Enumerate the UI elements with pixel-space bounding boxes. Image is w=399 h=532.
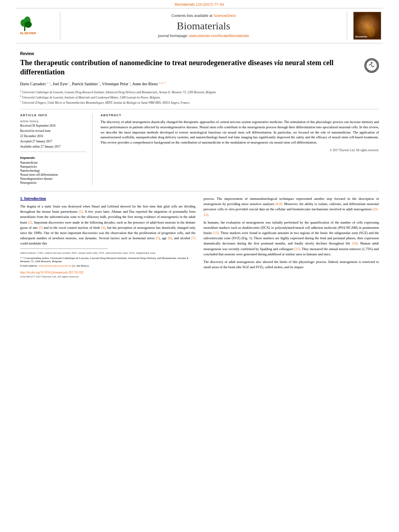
ref-13[interactable]: [13] — [213, 231, 218, 235]
intro-col-left: 1. Introduction The dogma of a static br… — [20, 196, 195, 278]
article-info-col: ARTICLE INFO Article history: Received 3… — [20, 113, 93, 185]
crossmark-icon — [364, 58, 379, 73]
keyword-5: Neurodegenerative disease — [20, 177, 86, 181]
svg-text:ELSEVIER: ELSEVIER — [20, 31, 36, 35]
ref-8-9[interactable]: [8,9] — [276, 202, 282, 206]
homepage-line: journal homepage: www.elsevier.com/locat… — [158, 34, 249, 38]
ref-6[interactable]: [6] — [168, 236, 172, 240]
email-link[interactable]: anne.desrieux@uclouvain.be — [39, 264, 71, 267]
keyword-6: Neurogenesis — [20, 181, 86, 185]
ref-1[interactable]: [1] — [79, 210, 83, 214]
intro-para-1: The dogma of a static brain was destroye… — [20, 204, 195, 246]
svg-point-11 — [371, 62, 372, 64]
affiliation-a: a Université Catholique de Louvain, Louv… — [20, 89, 379, 94]
svg-rect-5 — [354, 12, 381, 39]
ref-2[interactable]: [2] — [28, 220, 32, 224]
revised-date: 22 December 2016 — [20, 134, 86, 138]
ref-15[interactable]: [15] — [294, 247, 300, 251]
ref-7[interactable]: [7] — [191, 236, 195, 240]
copyright-notice: © 2017 Elsevier Ltd. All rights reserved… — [101, 148, 379, 152]
section-type-label: Review — [20, 51, 379, 56]
main-content: Review The therapeutic contribution of n… — [0, 43, 399, 282]
svg-text:Biomaterials: Biomaterials — [355, 36, 367, 38]
affiliation-c: c Université d'Angers, Unité Micro et Na… — [20, 100, 379, 105]
journal-title-banner: Biomaterials — [177, 20, 230, 32]
banner-center: Contents lists available at ScienceDirec… — [60, 12, 347, 40]
affiliation-b: b Université Catholique de Louvain, Inst… — [20, 94, 379, 100]
ref-3[interactable]: [3] — [39, 226, 43, 230]
journal-banner: ELSEVIER Contents lists available at Sci… — [16, 8, 383, 43]
intro-col-right: process. The improvement of immunohistol… — [204, 196, 379, 278]
elsevier-logo-area: ELSEVIER — [16, 12, 60, 40]
ref-14[interactable]: [14] — [352, 241, 358, 245]
abstract-text: The discovery of adult neurogenesis dras… — [101, 119, 379, 145]
article-info-heading: ARTICLE INFO — [20, 113, 86, 117]
history-label: Article history: — [20, 119, 86, 123]
keyword-4: Neural stem cell differentiation — [20, 173, 86, 177]
journal-ref: Biomaterials 123 (2017) 77–91 — [0, 0, 399, 8]
available-online-date: Available online 27 January 2017 — [20, 145, 86, 148]
elsevier-logo-icon: ELSEVIER — [20, 16, 52, 36]
authors-line: Dario Carradori a, c, Joel Eyer c, Patri… — [20, 81, 379, 86]
abstract-heading: ABSTRACT — [101, 113, 379, 117]
ref-5[interactable]: [5] — [156, 236, 160, 240]
svg-point-3 — [25, 21, 32, 28]
issn-notice: 0142-9612/© 2017 Elsevier Ltd. All right… — [20, 275, 195, 278]
intro-para-right-3: The discovery of adult neurogenesis also… — [204, 259, 379, 270]
abbreviations-note: Abbreviations: CNS, central nervous syst… — [20, 251, 195, 255]
doi-link[interactable]: http://dx.doi.org/10.1016/j.biomaterials… — [20, 271, 195, 274]
svg-point-8 — [367, 26, 375, 37]
title-area: The therapeutic contribution of nanomedi… — [20, 58, 379, 77]
crossmark-area — [364, 58, 379, 73]
contents-line: Contents lists available at ScienceDirec… — [171, 14, 236, 18]
keyword-2: Nanoparticles — [20, 165, 86, 168]
keyword-1: Nanomedicine — [20, 161, 86, 164]
homepage-link[interactable]: www.elsevier.com/locate/biomaterials — [189, 34, 249, 38]
keywords-heading: Keywords: — [20, 156, 86, 160]
corresponding-author-note: * * Corresponding author. Université Cat… — [20, 257, 195, 263]
journal-thumbnail: Biomaterials — [347, 12, 383, 40]
intro-section-title: 1. Introduction — [20, 196, 195, 201]
ref-4[interactable]: [4] — [101, 226, 105, 230]
article-info-abstract-section: ARTICLE INFO Article history: Received 3… — [20, 109, 379, 185]
abstract-col: ABSTRACT The discovery of adult neurogen… — [101, 113, 379, 185]
article-title: The therapeutic contribution of nanomedi… — [20, 58, 379, 77]
introduction-section: 1. Introduction The dogma of a static br… — [20, 191, 379, 278]
intro-para-right-2: In humans, the evaluation of neurogenesi… — [204, 220, 379, 257]
sciencedirect-link[interactable]: ScienceDirect — [214, 14, 236, 18]
affiliations: a Université Catholique de Louvain, Louv… — [20, 89, 379, 105]
journal-cover-image: Biomaterials — [353, 12, 381, 40]
introduction-two-col: 1. Introduction The dogma of a static br… — [20, 196, 379, 278]
revised-label: Received in revised form — [20, 129, 86, 133]
email-line: E-mail address: anne.desrieux@uclouvain.… — [20, 264, 195, 267]
keyword-3: Nanotechnology — [20, 169, 86, 173]
footer-divider — [20, 249, 108, 249]
received-date: Received 30 September 2016 — [20, 124, 86, 127]
accepted-date: Accepted 27 January 2017 — [20, 140, 86, 143]
intro-para-right-1: process. The improvement of immunohistol… — [204, 196, 379, 218]
